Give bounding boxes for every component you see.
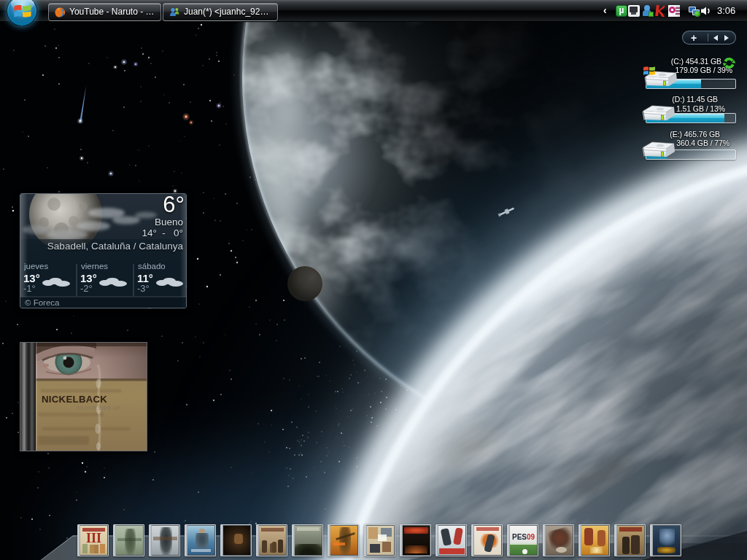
- svg-text:SILVER SIDE UP: SILVER SIDE UP: [77, 405, 121, 411]
- svg-text:NICKELBACK: NICKELBACK: [42, 394, 107, 405]
